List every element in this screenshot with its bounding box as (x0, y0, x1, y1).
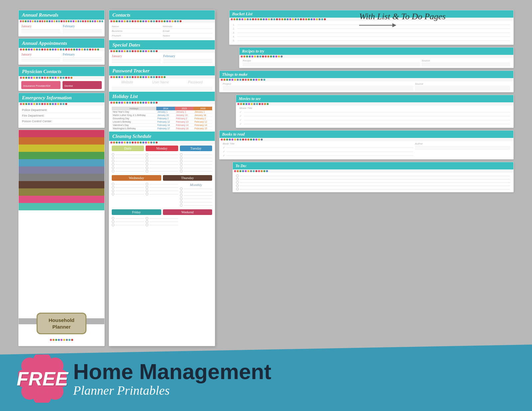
dot (145, 142, 147, 144)
checkbox-item (180, 191, 212, 193)
checkbox[interactable] (180, 160, 183, 162)
dot (57, 103, 59, 105)
middle-page: Contacts Name Business Phone# Website Em… (109, 10, 215, 346)
checkbox[interactable] (112, 160, 114, 162)
aa-feb-col: February (63, 52, 102, 62)
line (226, 152, 413, 152)
checkbox[interactable] (112, 193, 114, 195)
checkbox[interactable] (180, 156, 183, 159)
dot (113, 20, 115, 22)
checkbox[interactable] (180, 187, 183, 190)
dot (61, 339, 63, 341)
contacts-notes: Notes (163, 34, 212, 37)
dot (273, 18, 275, 20)
list-item: ✓ (239, 111, 510, 114)
dot (25, 77, 27, 79)
day-friday: Friday (112, 209, 161, 215)
checkbox[interactable] (180, 166, 183, 169)
dot (156, 142, 158, 144)
checkbox[interactable] (112, 163, 114, 166)
bucket-list-title: Bucket List (232, 11, 252, 17)
dot (233, 18, 235, 20)
checkbox[interactable] (146, 153, 148, 156)
dot (53, 339, 55, 341)
cs-daily-items (112, 153, 144, 173)
checkbox[interactable] (112, 183, 114, 185)
dot (273, 55, 275, 57)
holiday-name: Groundhog Day (112, 117, 156, 120)
checkbox[interactable] (112, 186, 114, 189)
line (149, 164, 178, 165)
checkbox[interactable] (112, 166, 114, 169)
checkbox-item (236, 178, 510, 180)
checkbox-item (112, 189, 144, 192)
checkbox-item (112, 160, 144, 162)
dot (140, 102, 142, 104)
checkbox[interactable] (112, 189, 114, 192)
date-2015: January 1 (175, 110, 194, 114)
contacts-phone: Phone# (112, 34, 161, 37)
dot (305, 18, 307, 20)
checkbox[interactable] (146, 220, 148, 223)
checkbox[interactable] (112, 217, 114, 220)
checkbox[interactable] (146, 170, 148, 172)
checkbox[interactable] (146, 193, 148, 195)
checkbox[interactable] (180, 170, 183, 172)
line (163, 29, 212, 29)
dot (44, 20, 46, 22)
dot (267, 103, 269, 105)
dot (258, 79, 260, 81)
dot (263, 170, 265, 172)
dot (258, 170, 260, 172)
checkbox[interactable] (180, 204, 183, 207)
checkbox[interactable] (180, 194, 183, 197)
checkbox[interactable] (146, 166, 148, 169)
dot (124, 102, 126, 104)
dot (118, 20, 120, 22)
dot (77, 20, 79, 22)
line (243, 66, 420, 66)
dots-tm (219, 78, 513, 81)
chevron-stripe-3 (19, 145, 104, 152)
checkbox[interactable] (180, 197, 183, 200)
checkbox[interactable] (236, 188, 239, 190)
checkbox[interactable] (236, 174, 239, 177)
dot (174, 20, 176, 22)
checkbox[interactable] (146, 160, 148, 162)
checkbox-item (180, 160, 212, 162)
checkbox[interactable] (146, 183, 148, 185)
line (112, 29, 161, 29)
pages-area: Annual Renewals (18, 10, 514, 346)
checkbox[interactable] (236, 184, 239, 187)
checkbox[interactable] (112, 170, 114, 172)
dot (253, 79, 255, 81)
dot (234, 139, 236, 141)
line (240, 182, 510, 183)
checkbox[interactable] (180, 191, 183, 193)
checkbox[interactable] (146, 186, 148, 189)
dot (247, 18, 249, 20)
checkbox[interactable] (112, 224, 114, 226)
checkbox[interactable] (112, 156, 114, 159)
checkbox[interactable] (112, 220, 114, 223)
books-title-label: Book Title (223, 142, 413, 145)
line (149, 161, 178, 161)
checkbox[interactable] (146, 156, 148, 159)
todo-lines (233, 173, 513, 192)
checkbox[interactable] (180, 153, 183, 156)
dots-cs (109, 141, 215, 144)
checkbox[interactable] (146, 224, 148, 226)
checkbox[interactable] (146, 189, 148, 192)
checkbox[interactable] (180, 201, 183, 203)
checkbox[interactable] (112, 153, 114, 156)
dot (253, 103, 255, 105)
checkbox[interactable] (236, 181, 239, 184)
checkbox[interactable] (236, 178, 239, 180)
dot (239, 18, 241, 20)
checkbox[interactable] (180, 163, 183, 166)
checkbox[interactable] (146, 217, 148, 220)
checkbox[interactable] (146, 163, 148, 166)
dot (70, 49, 72, 51)
pw-password: Password (188, 80, 203, 84)
day-daily: Daily (112, 146, 144, 151)
